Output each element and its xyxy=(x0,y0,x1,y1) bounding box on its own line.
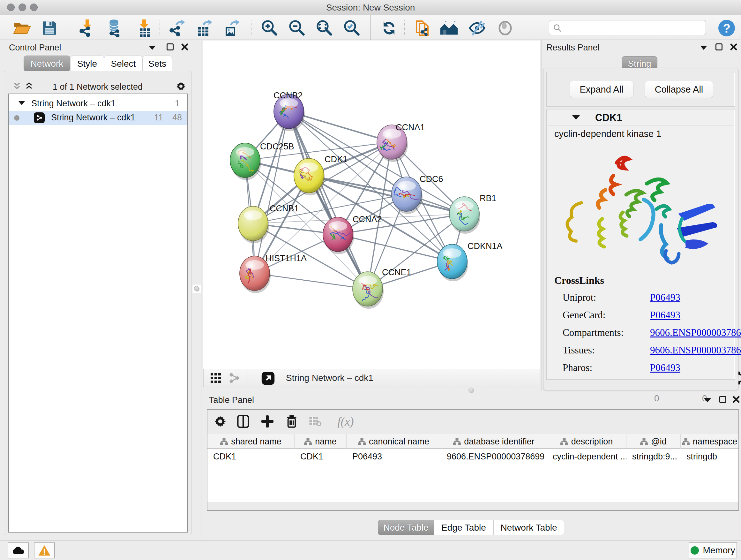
export-image-button[interactable] xyxy=(222,19,241,37)
node-details-header[interactable]: CDK1 xyxy=(547,110,734,125)
import-network-from-database-button[interactable] xyxy=(105,19,124,37)
first-neighbors-button[interactable] xyxy=(440,19,458,37)
grid-view-button[interactable] xyxy=(208,370,223,386)
control-panel-menu-button[interactable] xyxy=(147,43,158,52)
help-button[interactable]: ? xyxy=(718,19,736,37)
left-splitter-handle[interactable] xyxy=(192,284,201,293)
tab-edge-table[interactable]: Edge Table xyxy=(434,520,493,535)
crosslink-link[interactable]: 9606.ENSP00000378699 xyxy=(650,345,741,356)
table-options-button[interactable] xyxy=(212,413,228,430)
table-panel-close-button[interactable] xyxy=(731,395,741,404)
new-network-from-selection-button[interactable] xyxy=(414,19,432,37)
tree-icon xyxy=(682,438,690,445)
hide-selected-button[interactable] xyxy=(468,19,486,37)
save-session-button[interactable] xyxy=(40,19,59,37)
node-label: CCNB2 xyxy=(273,91,303,100)
create-column-button[interactable] xyxy=(259,413,276,430)
protein-structure-image xyxy=(551,145,730,270)
table-row[interactable]: CDK1 CDK1 P06493 9606.ENSP00000378699 cy… xyxy=(207,449,738,463)
network-collection-row[interactable]: String Network – cdk1 1 xyxy=(9,97,187,111)
network-status-dot xyxy=(14,115,19,121)
zoom-fit-button[interactable] xyxy=(315,19,333,37)
export-table-button[interactable] xyxy=(195,19,213,37)
import-network-icon xyxy=(78,19,96,37)
column-header[interactable]: namespace xyxy=(681,434,738,449)
crosslink-row: Compartments: 9606.ENSP00000378699 xyxy=(554,327,727,339)
control-panel-close-button[interactable] xyxy=(179,42,190,52)
open-session-button[interactable] xyxy=(13,19,31,37)
zoom-out-button[interactable] xyxy=(287,19,306,37)
left-splitter[interactable] xyxy=(201,40,201,560)
cloud-status-button[interactable] xyxy=(8,543,29,558)
collapse-node-icon[interactable] xyxy=(572,115,580,120)
network-graph[interactable]: CCNB2CCNA1CDC25BCDK1CDC6RB1CCNB1CCNA2CDK… xyxy=(203,41,540,369)
tab-network[interactable]: Network xyxy=(23,56,70,71)
expand-all-button[interactable]: Expand All xyxy=(569,81,633,98)
column-header[interactable]: name xyxy=(294,434,347,449)
control-panel-float-button[interactable] xyxy=(165,42,176,52)
horizontal-splitter-handle[interactable] xyxy=(468,388,474,393)
gear-icon xyxy=(176,81,186,91)
cell-id[interactable]: stringdb:9... xyxy=(626,449,681,463)
tab-node-table[interactable]: Node Table xyxy=(378,520,434,535)
cell-name[interactable]: CDK1 xyxy=(294,449,347,463)
results-panel-close-button[interactable] xyxy=(728,42,739,52)
close-icon xyxy=(730,43,738,51)
table-toolbar: f(x) xyxy=(207,410,738,434)
show-all-button[interactable] xyxy=(496,19,515,37)
save-icon xyxy=(42,20,57,36)
tab-style[interactable]: Style xyxy=(70,56,104,71)
cell-shared-name[interactable]: CDK1 xyxy=(207,449,294,463)
import-table-from-file-button[interactable] xyxy=(135,19,154,37)
column-header[interactable]: canonical name xyxy=(347,434,441,449)
table-panel-menu-button[interactable] xyxy=(702,395,713,405)
cell-canonical-name[interactable]: P06493 xyxy=(347,449,441,463)
memory-button[interactable]: Memory xyxy=(689,543,737,558)
memory-label: Memory xyxy=(703,545,735,556)
network-options-button[interactable] xyxy=(176,81,186,91)
export-network-to-file-button[interactable] xyxy=(167,19,186,37)
results-panel-float-button[interactable] xyxy=(714,42,724,52)
collapse-all-button[interactable]: Collapse All xyxy=(645,81,713,98)
delete-column-button[interactable] xyxy=(283,413,300,430)
node-name: CDK1 xyxy=(595,112,622,124)
tab-select[interactable]: Select xyxy=(104,56,143,71)
zoom-selected-button[interactable] xyxy=(342,19,360,37)
show-columns-button[interactable] xyxy=(235,413,252,430)
crosslink-link[interactable]: P06493 xyxy=(650,309,680,321)
column-header[interactable]: database identifier xyxy=(441,434,547,449)
crosslink-link[interactable]: P06493 xyxy=(650,292,680,303)
zoom-out-icon xyxy=(287,19,306,37)
tree-icon xyxy=(640,438,648,445)
collection-expand-icon[interactable] xyxy=(18,101,25,105)
tab-network-table[interactable]: Network Table xyxy=(493,520,564,535)
delete-table-button[interactable] xyxy=(307,413,324,430)
import-network-from-file-button[interactable] xyxy=(78,19,96,37)
help-icon: ? xyxy=(718,19,736,37)
crosslink-link[interactable]: P06493 xyxy=(650,362,680,374)
tree-icon xyxy=(220,438,228,445)
toolbar-separator xyxy=(370,15,370,40)
cell-database-identifier[interactable]: 9606.ENSP00000378699 xyxy=(441,449,547,463)
right-splitter[interactable] xyxy=(542,40,542,391)
network-canvas[interactable]: CCNB2CCNA1CDC25BCDK1CDC6RB1CCNB1CCNA2CDK… xyxy=(203,41,540,369)
crosslink-link[interactable]: 9606.ENSP00000378699 xyxy=(650,327,741,338)
control-panel-title: Control Panel xyxy=(9,43,61,53)
column-header[interactable]: shared name xyxy=(207,434,294,449)
cell-namespace[interactable]: stringdb xyxy=(681,449,738,463)
search-input[interactable] xyxy=(564,22,702,33)
zoom-in-button[interactable] xyxy=(260,19,278,37)
warnings-button[interactable] xyxy=(34,543,55,558)
detach-view-button[interactable] xyxy=(260,371,276,386)
network-row-selected[interactable]: String Network – cdk1 11 48 xyxy=(9,111,187,125)
table-panel-float-button[interactable] xyxy=(718,395,728,404)
function-builder-button[interactable]: f(x) xyxy=(331,413,360,430)
column-header[interactable]: description xyxy=(547,434,626,449)
column-header[interactable]: @id xyxy=(626,434,681,449)
cell-description[interactable]: cyclin-dependent ... xyxy=(547,449,626,463)
apply-layout-button[interactable] xyxy=(380,19,398,37)
node-label: CCNB1 xyxy=(270,204,299,213)
tab-sets[interactable]: Sets xyxy=(143,56,172,71)
results-panel-menu-button[interactable] xyxy=(698,43,709,52)
network-view-mode-button[interactable] xyxy=(226,370,242,386)
